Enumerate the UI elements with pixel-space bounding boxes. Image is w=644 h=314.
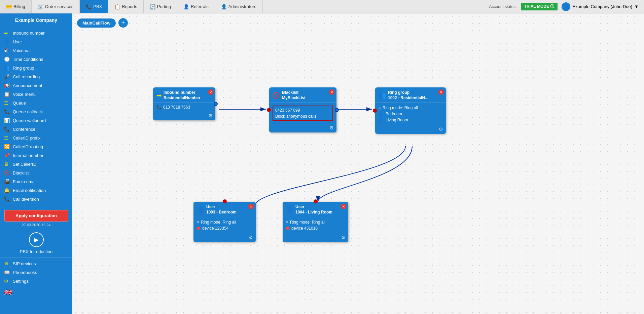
member-bedroom-icon: 👤 <box>379 112 384 116</box>
ring-group-footer: ⚙ <box>375 126 446 134</box>
ring-group-gear-icon[interactable]: ⚙ <box>439 126 443 132</box>
sidebar-item-blacklist[interactable]: 🚫 Blacklist <box>0 168 72 177</box>
pbx-intro-label: PBX Introduction <box>20 249 53 254</box>
user-bedroom-close-button[interactable]: ✕ <box>248 204 254 209</box>
ring-group-node-header: 👥 Ring group 1002 - ResidentialN... ✕ <box>375 87 446 103</box>
sidebar-divider-bottom <box>0 258 72 258</box>
tab-billing[interactable]: 💳 Billing <box>0 0 32 13</box>
sidebar-divider-top <box>0 27 72 27</box>
wallboard-icon: 📊 <box>4 118 10 123</box>
sidebar-item-internal-number[interactable]: 📌 Internal number <box>0 151 72 160</box>
sidebar-item-email-notification[interactable]: 🔔 Email notification <box>0 186 72 195</box>
inbound-number-connector-right[interactable] <box>214 102 218 106</box>
user-living-room-device-row: device 431016 <box>286 225 345 231</box>
clock-icon: 🕐 <box>4 56 10 62</box>
blacklist-connector-right[interactable] <box>335 108 339 112</box>
microphone-icon: 🎤 <box>4 74 10 79</box>
pbx-intro-play-button[interactable]: ▶ <box>29 232 44 247</box>
blacklist-highlight-box: 0423 567 899 Block anonymous calls <box>273 106 333 121</box>
user-bedroom-footer: ⚙ <box>193 234 256 242</box>
user-bedroom-node: 👤 User 1003 - Bedroom ✕ ≡ Ring mode: Rin… <box>193 202 256 242</box>
sidebar: Example Company ➡ Inbound number 👤 User … <box>0 13 72 314</box>
inbound-number-phone: 📞 613 7018 7563 <box>156 105 212 110</box>
blacklist-close-button[interactable]: ✕ <box>329 89 334 95</box>
language-flag[interactable]: 🇬🇧 <box>0 285 72 299</box>
blacklist-connector-left[interactable] <box>267 108 271 112</box>
user-bedroom-node-title: User 1003 - Bedroom <box>206 204 237 215</box>
canvas-area: MainCallFlow + ➡ Inbound number Resident… <box>72 13 644 314</box>
user-living-room-close-button[interactable]: ✕ <box>341 204 346 209</box>
user-info[interactable]: 👤 Example Company (John Doe) ▼ <box>562 2 639 11</box>
sidebar-item-callerid-prefix[interactable]: ☰ CallerID prefix <box>0 133 72 142</box>
user-living-room-gear-icon[interactable]: ⚙ <box>341 235 346 240</box>
sidebar-item-call-diversion[interactable]: 📞 Call diversion <box>0 195 72 203</box>
sidebar-item-voicemail[interactable]: 📬 Voicemail <box>0 46 72 55</box>
ring-group-connector-left[interactable] <box>373 109 377 113</box>
tab-porting[interactable]: 🔄 Porting <box>144 0 177 13</box>
tab-reports[interactable]: 📋 Reports <box>108 0 144 13</box>
chevron-down-icon: ▼ <box>634 4 639 9</box>
routing-icon: 🔀 <box>4 144 10 149</box>
sidebar-item-set-callerid[interactable]: 🖥 Set CallerID <box>0 160 72 168</box>
inbound-number-node: ➡ Inbound number ResidentialNumber ✕ 📞 6… <box>153 87 215 120</box>
user-living-room-node-title: User 1004 - Living Room <box>295 204 332 215</box>
user-bedroom-connector-top[interactable] <box>223 199 227 203</box>
sidebar-item-fax-to-email[interactable]: 📠 Fax to email <box>0 177 72 186</box>
blacklist-icon: 🚫 <box>4 170 10 175</box>
apply-configuration-button[interactable]: Apply configuration <box>4 210 68 222</box>
sidebar-item-ring-group[interactable]: 👥 Ring group <box>0 64 72 72</box>
tab-administrators[interactable]: 👤 Administrators <box>215 0 263 13</box>
trial-badge[interactable]: TRIAL MODE ⓘ <box>521 3 558 10</box>
sidebar-item-queue-wallboard[interactable]: 📊 Queue wallboard <box>0 116 72 125</box>
user-living-room-connector-top[interactable] <box>314 199 318 203</box>
sidebar-item-settings[interactable]: ⚙ Settings <box>0 277 72 285</box>
ring-group-close-button[interactable]: ✕ <box>438 89 444 95</box>
tab-order-services[interactable]: 🛒 Order services <box>32 0 80 13</box>
sidebar-item-queue-callback[interactable]: 📞 Queue callback <box>0 107 72 116</box>
conference-icon: 📞 <box>4 126 10 132</box>
inbound-number-close-button[interactable]: ✕ <box>208 89 213 95</box>
sidebar-item-conference[interactable]: 📞 Conference <box>0 125 72 133</box>
user-living-room-node-header: 👤 User 1004 - Living Room ✕ <box>283 202 348 217</box>
sidebar-item-time-conditions[interactable]: 🕐 Time conditions <box>0 55 72 64</box>
add-flow-button[interactable]: + <box>118 18 128 28</box>
tab-pbx[interactable]: 📞 PBX <box>80 0 108 13</box>
blacklist-gear-icon[interactable]: ⚙ <box>329 125 334 130</box>
user-living-room-node: 👤 User 1004 - Living Room ✕ ≡ Ring mode:… <box>283 202 348 242</box>
sidebar-item-queue[interactable]: ☰ Queue <box>0 99 72 107</box>
user-living-room-device-dot <box>286 227 289 230</box>
inbound-number-gear-icon[interactable]: ⚙ <box>208 113 213 118</box>
internal-number-icon: 📌 <box>4 153 10 158</box>
sidebar-item-phonebooks[interactable]: 📖 Phonebooks <box>0 268 72 277</box>
user-living-room-ring-mode-icon: ≡ <box>286 220 288 225</box>
sidebar-item-announcement[interactable]: 📢 Announcement <box>0 81 72 90</box>
notification-icon: 🔔 <box>4 188 10 193</box>
sidebar-item-call-recording[interactable]: 🎤 Call recording <box>0 72 72 81</box>
reports-icon: 📋 <box>114 4 120 9</box>
blacklist-node-icon: 🚫 <box>273 92 280 99</box>
user-bedroom-node-body: ≡ Ring mode: Ring all device 123354 <box>193 217 256 234</box>
sidebar-item-callerid-routing[interactable]: 🔀 CallerID routing <box>0 142 72 151</box>
user-bedroom-ring-mode-icon: ≡ <box>197 220 199 225</box>
sidebar-item-user[interactable]: 👤 User <box>0 37 72 46</box>
blacklist-node-title: Blacklist MyBlackList <box>282 90 306 101</box>
flow-arrows <box>72 13 644 314</box>
sidebar-item-inbound-number[interactable]: ➡ Inbound number <box>0 29 72 37</box>
ring-group-node-body: ≡ Ring mode: Ring all 👤 Bedroom 👤 Living… <box>375 103 446 126</box>
apply-timestamp: 27.03.2020 15:24 <box>0 223 72 229</box>
sip-devices-icon: 🖥 <box>4 261 10 266</box>
user-bedroom-gear-icon[interactable]: ⚙ <box>249 235 253 240</box>
user-living-room-footer: ⚙ <box>283 234 348 242</box>
sidebar-company-name: Example Company <box>0 13 72 26</box>
sidebar-item-voice-menu[interactable]: 📋 Voice menu <box>0 90 72 99</box>
tab-referrals[interactable]: 👤 Referrals <box>177 0 215 13</box>
top-nav: 💳 Billing 🛒 Order services 📞 PBX 📋 Repor… <box>0 0 644 13</box>
inbound-number-node-header: ➡ Inbound number ResidentialNumber ✕ <box>153 87 215 103</box>
sidebar-item-sip-devices[interactable]: 🖥 SIP devices <box>0 259 72 268</box>
main-callflow-button[interactable]: MainCallFlow <box>77 18 116 28</box>
ring-group-member-bedroom: 👤 Bedroom <box>379 111 442 117</box>
blacklist-node-body: 0423 567 899 Block anonymous calls <box>269 103 336 124</box>
admin-icon: 👤 <box>221 4 227 9</box>
settings-icon: ⚙ <box>4 278 10 284</box>
ring-group-node-title: Ring group 1002 - ResidentialN... <box>388 90 428 101</box>
